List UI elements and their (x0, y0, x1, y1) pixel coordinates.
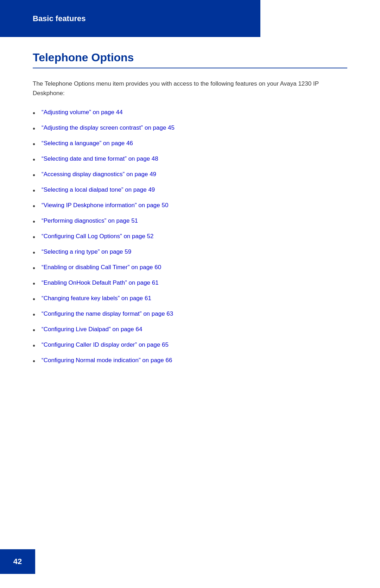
link-item-13[interactable]: “Configuring the name display format” on… (42, 309, 173, 318)
header-title: Basic features (33, 14, 86, 23)
list-item: •“Selecting a language” on page 46 (33, 139, 347, 149)
page-number-box: 42 (0, 549, 35, 574)
bullet-icon: • (33, 309, 35, 320)
list-item: •“Adjusting the display screen contrast”… (33, 123, 347, 134)
page-number: 42 (13, 557, 22, 566)
bullet-icon: • (33, 232, 35, 242)
list-item: •“Accessing display diagnostics” on page… (33, 170, 347, 180)
link-item-3[interactable]: “Selecting date and time format” on page… (42, 154, 158, 163)
bullet-icon: • (33, 263, 35, 273)
content-area: Telephone Options The Telephone Options … (0, 37, 380, 366)
bullet-icon: • (33, 294, 35, 304)
link-item-2[interactable]: “Selecting a language” on page 46 (42, 139, 133, 148)
list-item: •“Adjusting volume” on page 44 (33, 108, 347, 118)
list-item: •“Changing feature key labels” on page 6… (33, 294, 347, 304)
header-bar: Basic features (0, 0, 260, 37)
bullet-icon: • (33, 325, 35, 335)
link-item-12[interactable]: “Changing feature key labels” on page 61 (42, 294, 151, 303)
list-item: •“Configuring Normal mode indication” on… (33, 356, 347, 366)
bullet-icon: • (33, 139, 35, 149)
bullet-icon: • (33, 170, 35, 180)
list-item: •“Selecting date and time format” on pag… (33, 154, 347, 165)
bullet-icon: • (33, 201, 35, 211)
list-item: •“Configuring Live Dialpad” on page 64 (33, 325, 347, 335)
bullet-icon: • (33, 278, 35, 289)
bullet-icon: • (33, 108, 35, 118)
bullet-icon: • (33, 247, 35, 258)
list-item: •“Performing diagnostics” on page 51 (33, 216, 347, 227)
list-item: •“Configuring the name display format” o… (33, 309, 347, 320)
link-item-7[interactable]: “Performing diagnostics” on page 51 (42, 216, 138, 225)
list-item: •“Configuring Caller ID display order” o… (33, 340, 347, 351)
bullet-icon: • (33, 356, 35, 366)
link-item-10[interactable]: “Enabling or disabling Call Timer” on pa… (42, 263, 161, 272)
link-item-14[interactable]: “Configuring Live Dialpad” on page 64 (42, 325, 142, 334)
list-item: •“Selecting a local dialpad tone” on pag… (33, 185, 347, 196)
link-item-1[interactable]: “Adjusting the display screen contrast” … (42, 123, 175, 132)
section-title: Telephone Options (33, 51, 347, 68)
bullet-icon: • (33, 185, 35, 196)
link-item-6[interactable]: “Viewing IP Deskphone information” on pa… (42, 201, 168, 210)
list-item: •“Configuring Call Log Options” on page … (33, 232, 347, 242)
bullet-icon: • (33, 216, 35, 227)
list-item: •“Enabling OnHook Default Path” on page … (33, 278, 347, 289)
link-item-5[interactable]: “Selecting a local dialpad tone” on page… (42, 185, 155, 194)
bullet-icon: • (33, 123, 35, 134)
link-item-9[interactable]: “Selecting a ring type” on page 59 (42, 247, 131, 256)
intro-paragraph: The Telephone Options menu item provides… (33, 79, 347, 98)
bullet-icon: • (33, 340, 35, 351)
links-list: •“Adjusting volume” on page 44•“Adjustin… (33, 108, 347, 366)
list-item: •“Viewing IP Deskphone information” on p… (33, 201, 347, 211)
link-item-8[interactable]: “Configuring Call Log Options” on page 5… (42, 232, 153, 241)
list-item: •“Enabling or disabling Call Timer” on p… (33, 263, 347, 273)
link-item-15[interactable]: “Configuring Caller ID display order” on… (42, 340, 169, 349)
list-item: •“Selecting a ring type” on page 59 (33, 247, 347, 258)
link-item-4[interactable]: “Accessing display diagnostics” on page … (42, 170, 156, 179)
link-item-11[interactable]: “Enabling OnHook Default Path” on page 6… (42, 278, 159, 287)
link-item-0[interactable]: “Adjusting volume” on page 44 (42, 108, 123, 117)
link-item-16[interactable]: “Configuring Normal mode indication” on … (42, 356, 172, 365)
bullet-icon: • (33, 154, 35, 165)
